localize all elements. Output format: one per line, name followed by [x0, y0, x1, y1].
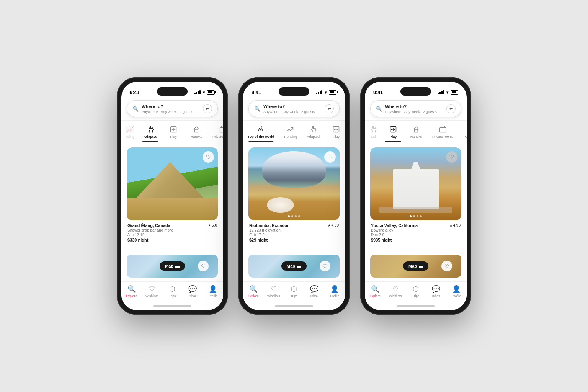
search-bar-2[interactable]: 🔍 Where to? Anywhere · Any week · 2 gues…	[248, 100, 340, 117]
map-wishlist-3[interactable]: ♡	[441, 261, 452, 271]
status-icons-3: ▾	[438, 90, 459, 95]
home-bar-1	[153, 305, 191, 307]
wishlist-btn-1[interactable]: ♡	[203, 151, 214, 163]
trips-icon-2: ⬡	[291, 285, 297, 293]
map-button-3[interactable]: Map ▬	[403, 261, 428, 271]
tab-omg-3[interactable]: OMG!	[458, 124, 467, 142]
search-text-3: Where to? Anywhere · Any week · 2 guests	[385, 104, 446, 114]
category-tabs-1: 📈 nding Adapted Play	[121, 121, 223, 142]
listing-info-3: Yucca Valley, California ★ 4.98 Bowling …	[370, 220, 461, 244]
map-button-2[interactable]: Map ▬	[281, 261, 307, 271]
listing-info-1: Grand Étang, Canada ★ 5.0 Shower grab ba…	[127, 220, 218, 244]
phone-3-screen: 9:41 ▾ 🔍 Where to? Anywhere · An	[365, 82, 467, 310]
map-thumbnail-1[interactable]: Map ▬ ♡	[127, 255, 218, 278]
category-tabs-2: Top of the world Trending Adapted	[243, 121, 345, 142]
tab-private-1[interactable]: Private rooms	[208, 124, 223, 142]
wishlists-icon-3: ♡	[392, 285, 399, 293]
signal-bars-3	[438, 90, 444, 94]
hanoks-icon-1	[193, 125, 200, 134]
listing-price-1: $330 night	[127, 238, 217, 242]
wishlist-btn-3[interactable]: ♡	[446, 151, 457, 163]
map-bars-icon-2: ▬	[297, 264, 301, 268]
tab-adapted-1[interactable]: Adapted	[139, 124, 162, 142]
tab-hanoks-1[interactable]: Hanoks	[185, 124, 208, 142]
home-bar-2	[275, 305, 313, 307]
nav-profile-1[interactable]: 👤 Profile	[203, 285, 223, 298]
trending-icon-1: 📈	[126, 125, 134, 134]
nav-trips-label-2: Trips	[291, 294, 298, 298]
listing-image-1: ♡	[127, 147, 218, 220]
category-tabs-3: ted Play Hanoks	[365, 121, 467, 142]
search-filter-1[interactable]: ⇌	[203, 104, 212, 113]
tab-adapted-3[interactable]: ted	[365, 124, 382, 142]
phone-2-screen: 9:41 ▾ 🔍 Where to? Anywhere · An	[243, 82, 345, 310]
listing-location-2: Riobamba, Ecuador	[249, 223, 289, 228]
map-thumbnail-2[interactable]: Map ▬ ♡	[248, 255, 340, 278]
profile-icon-1: 👤	[209, 285, 217, 293]
svg-point-2	[172, 129, 173, 130]
tab-play-label-2: Play	[333, 135, 340, 139]
tab-play-2[interactable]: Play	[325, 124, 345, 142]
status-icons-1: ▾	[194, 90, 215, 95]
tab-hanoks-3[interactable]: Hanoks	[405, 124, 428, 142]
nav-profile-label-2: Profile	[330, 294, 339, 298]
svg-point-15	[394, 129, 395, 130]
nav-inbox-3[interactable]: 💬 Inbox	[426, 285, 446, 298]
nav-explore-2[interactable]: 🔍 Explore	[243, 285, 263, 298]
nav-inbox-1[interactable]: 💬 Inbox	[183, 285, 203, 298]
signal-bars-1	[194, 90, 201, 94]
map-wishlist-1[interactable]: ♡	[198, 261, 209, 271]
tab-play-1[interactable]: Play	[162, 124, 185, 142]
phone-1-screen: 9:41 ▾ 🔍 Where to? Anywhere · An	[121, 82, 223, 310]
map-wishlist-2[interactable]: ♡	[320, 261, 330, 271]
tab-play-label-3: Play	[390, 135, 397, 139]
phones-container: 9:41 ▾ 🔍 Where to? Anywhere · An	[101, 62, 487, 330]
play-icon-1	[170, 125, 177, 134]
nav-trips-2[interactable]: ⬡ Trips	[284, 285, 304, 298]
nav-profile-label-3: Profile	[452, 294, 461, 298]
listing-card-2: ♡ Riobamba, Ecuador ★	[248, 147, 340, 244]
search-filter-3[interactable]: ⇌	[446, 104, 456, 113]
battery-fill-1	[208, 91, 212, 93]
explore-icon-3: 🔍	[371, 285, 379, 293]
svg-rect-18	[439, 128, 446, 132]
home-bar-3	[397, 305, 435, 307]
tab-adapted-2[interactable]: Adapted	[302, 124, 325, 142]
map-thumbnail-3[interactable]: Map ▬ ♡	[370, 255, 461, 278]
profile-icon-3: 👤	[452, 285, 461, 293]
tab-private-3[interactable]: Private rooms	[428, 124, 458, 142]
tab-adapted-label-2: Adapted	[307, 135, 320, 139]
nav-profile-2[interactable]: 👤 Profile	[325, 285, 345, 298]
private-icon-1	[219, 125, 223, 134]
search-main-2: Where to?	[263, 104, 325, 109]
listing-info-2: Riobamba, Ecuador ★ 4.80 12,723 ft eleva…	[248, 220, 340, 244]
wishlist-btn-2[interactable]: ♡	[324, 151, 336, 163]
listing-location-1: Grand Étang, Canada	[127, 223, 170, 228]
nav-wishlists-2[interactable]: ♡ Wishlists	[263, 285, 284, 298]
svg-point-10	[337, 129, 338, 130]
nav-explore-1[interactable]: 🔍 Explore	[121, 285, 142, 298]
search-bar-1[interactable]: 🔍 Where to? Anywhere · Any week · 2 gues…	[127, 100, 218, 117]
nav-wishlists-label-1: Wishlists	[145, 294, 158, 298]
omg-icon-3	[466, 125, 467, 134]
search-bar-3[interactable]: 🔍 Where to? Anywhere · Any week · 2 gues…	[370, 100, 461, 117]
tab-topworld-label-2: Top of the world	[248, 135, 274, 139]
search-filter-2[interactable]: ⇌	[325, 104, 334, 113]
nav-wishlists-3[interactable]: ♡ Wishlists	[385, 285, 405, 298]
phone-3: 9:41 ▾ 🔍 Where to? Anywhere · An	[360, 77, 471, 315]
inbox-icon-2: 💬	[310, 285, 318, 293]
nav-trips-3[interactable]: ⬡ Trips	[405, 285, 426, 298]
dots-3	[410, 215, 422, 217]
nav-wishlists-1[interactable]: ♡ Wishlists	[142, 285, 162, 298]
nav-inbox-2[interactable]: 💬 Inbox	[304, 285, 325, 298]
map-bars-icon-1: ▬	[175, 264, 180, 268]
nav-explore-3[interactable]: 🔍 Explore	[365, 285, 385, 298]
tab-trending-2[interactable]: Trending	[279, 124, 302, 142]
nav-profile-3[interactable]: 👤 Profile	[446, 285, 467, 298]
tab-adapted-label-1: Adapted	[144, 135, 157, 139]
tab-trending-1[interactable]: 📈 nding	[121, 124, 139, 142]
tab-topworld-2[interactable]: Top of the world	[243, 124, 279, 142]
map-button-1[interactable]: Map ▬	[160, 261, 185, 271]
nav-trips-1[interactable]: ⬡ Trips	[162, 285, 182, 298]
tab-play-3[interactable]: Play	[382, 124, 405, 142]
